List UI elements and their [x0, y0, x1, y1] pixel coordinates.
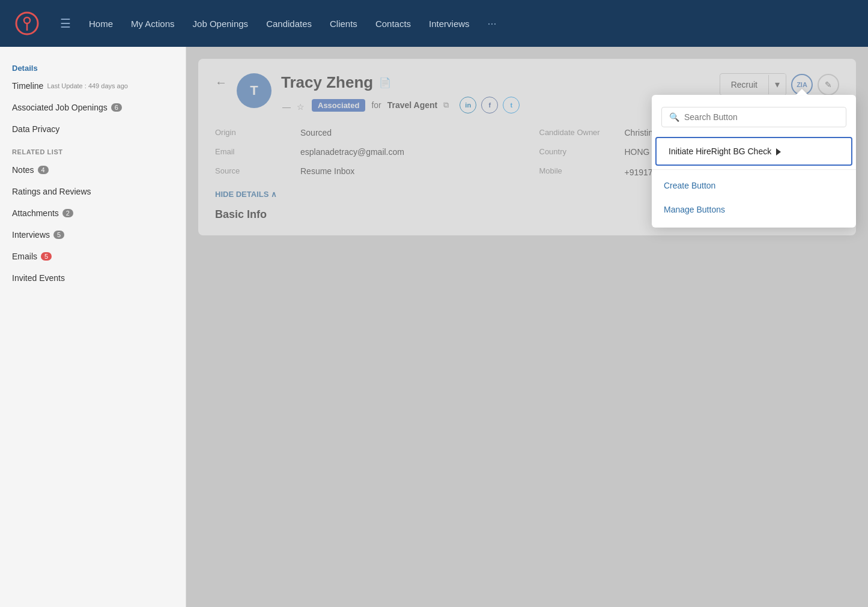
linkedin-icon[interactable]: in: [460, 97, 476, 113]
twitter-icon[interactable]: t: [503, 97, 520, 113]
sidebar-item-data-privacy[interactable]: Data Privacy: [0, 118, 186, 140]
main-layout: Details Timeline Last Update : 449 days …: [0, 47, 868, 607]
origin-label: Origin: [215, 128, 293, 137]
associated-job-openings-label: Associated Job Openings: [12, 103, 108, 112]
document-icon[interactable]: 📄: [379, 77, 391, 88]
edit-button[interactable]: ✎: [818, 74, 839, 95]
social-icons: in f t: [460, 97, 520, 113]
recruit-dropdown-button[interactable]: ▾: [769, 74, 786, 95]
timeline-sublabel: Last Update : 449 days ago: [47, 82, 128, 89]
search-box: 🔍: [661, 107, 846, 127]
hamburger-icon[interactable]: ☰: [60, 16, 71, 31]
content-area: Recruit ▾ ZIA ✎ ← T Tracy Zheng 📄: [186, 47, 868, 607]
nav-links: Home My Actions Job Openings Candidates …: [89, 17, 497, 30]
avatar-actions: — ☆: [281, 101, 306, 113]
nav-home[interactable]: Home: [89, 19, 113, 29]
sidebar-main-section: Details: [0, 59, 186, 75]
notes-badge: 4: [38, 166, 49, 174]
emails-label: Emails: [12, 252, 37, 261]
attachments-label: Attachments: [12, 208, 59, 218]
recruit-button-group: Recruit ▾: [720, 73, 786, 95]
status-badge: Associated: [312, 99, 365, 112]
emails-badge: 5: [41, 252, 52, 261]
initiate-hireright-button[interactable]: Initiate HireRight BG Check: [655, 137, 852, 166]
source-label: Source: [215, 166, 293, 175]
data-privacy-label: Data Privacy: [12, 124, 59, 134]
origin-value: Sourced: [300, 128, 332, 137]
timeline-label: Timeline: [12, 81, 43, 91]
star-button[interactable]: ☆: [296, 101, 306, 113]
sidebar-item-associated-job-openings[interactable]: Associated Job Openings 6: [0, 97, 186, 118]
svg-point-1: [24, 17, 30, 23]
recruit-area: Recruit ▾ ZIA ✎: [720, 73, 839, 95]
sidebar-item-notes[interactable]: Notes 4: [0, 159, 186, 181]
country-label: Country: [539, 147, 618, 156]
manage-buttons-link[interactable]: Manage Buttons: [652, 198, 856, 222]
invited-events-label: Invited Events: [12, 273, 65, 283]
nav-interviews[interactable]: Interviews: [429, 19, 470, 29]
nav-more[interactable]: ···: [488, 17, 497, 30]
field-email: Email esplanadetracy@gmail.com: [215, 147, 515, 157]
interviews-badge: 5: [53, 231, 64, 239]
field-source: Source Resume Inbox: [215, 166, 515, 178]
search-button-popup: 🔍 Initiate HireRight BG Check Create But…: [652, 95, 856, 228]
field-origin: Origin Sourced: [215, 128, 515, 137]
nav-candidates[interactable]: Candidates: [266, 19, 312, 29]
notes-label: Notes: [12, 165, 34, 175]
sidebar-item-ratings-reviews[interactable]: Ratings and Reviews: [0, 181, 186, 202]
back-button[interactable]: ←: [215, 76, 227, 89]
search-button-input[interactable]: [684, 112, 839, 122]
minus-button[interactable]: —: [281, 101, 292, 113]
ratings-reviews-label: Ratings and Reviews: [12, 187, 91, 196]
interviews-label: Interviews: [12, 230, 50, 240]
copy-icon[interactable]: ⧉: [443, 100, 449, 110]
mobile-label: Mobile: [539, 166, 618, 175]
sidebar-item-interviews[interactable]: Interviews 5: [0, 224, 186, 246]
nav-clients[interactable]: Clients: [330, 19, 357, 29]
create-button-link[interactable]: Create Button: [652, 174, 856, 198]
sidebar-item-invited-events[interactable]: Invited Events: [0, 267, 186, 289]
popup-divider: [652, 169, 856, 170]
nav-contacts[interactable]: Contacts: [375, 19, 411, 29]
sidebar-item-attachments[interactable]: Attachments 2: [0, 202, 186, 224]
facebook-icon[interactable]: f: [481, 97, 498, 113]
sidebar-item-emails[interactable]: Emails 5: [0, 246, 186, 267]
owner-label: Candidate Owner: [539, 128, 618, 137]
nav-my-actions[interactable]: My Actions: [131, 19, 175, 29]
avatar: T: [237, 73, 272, 108]
recruit-main-button[interactable]: Recruit: [720, 75, 769, 94]
app-logo[interactable]: [12, 8, 42, 38]
sidebar: Details Timeline Last Update : 449 days …: [0, 47, 186, 607]
top-nav: ☰ Home My Actions Job Openings Candidate…: [0, 0, 868, 47]
email-value: esplanadetracy@gmail.com: [300, 147, 404, 157]
search-icon: 🔍: [669, 112, 679, 122]
sidebar-item-timeline[interactable]: Timeline Last Update : 449 days ago: [0, 75, 186, 97]
attachments-badge: 2: [62, 209, 73, 217]
nav-job-openings[interactable]: Job Openings: [193, 19, 249, 29]
associated-job-openings-badge: 6: [111, 103, 122, 112]
role-label: Travel Agent: [387, 100, 438, 110]
source-value: Resume Inbox: [300, 166, 354, 176]
related-list-title: RELATED LIST: [0, 140, 186, 159]
for-label: for: [371, 100, 381, 110]
email-label: Email: [215, 147, 293, 156]
candidate-name: Tracy Zheng: [281, 73, 373, 92]
